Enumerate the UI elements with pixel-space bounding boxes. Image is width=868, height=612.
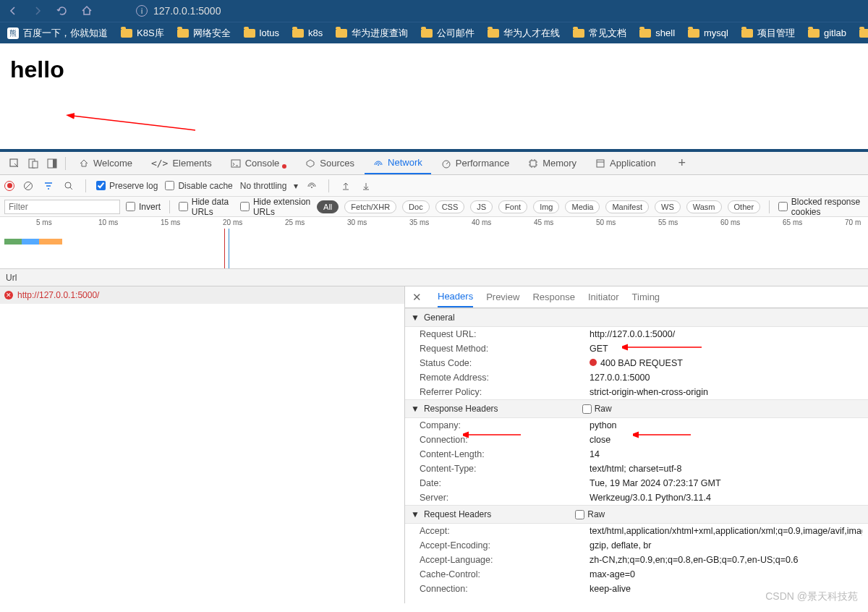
svg-rect-3 [33, 161, 38, 168]
timeline-marker [224, 229, 225, 268]
annotation-arrow [622, 341, 709, 353]
detail-tabs: ✕ Headers Preview Response Initiator Tim… [405, 286, 868, 308]
bookmark-item[interactable]: shell [639, 27, 675, 38]
back-button[interactable] [6, 4, 20, 18]
tab-application[interactable]: Application [587, 152, 665, 174]
refresh-button[interactable] [55, 4, 69, 18]
filter-pill[interactable]: CSS [435, 200, 465, 213]
download-icon[interactable] [359, 179, 373, 192]
chevron-down-icon[interactable]: ▾ [294, 181, 298, 191]
filter-pill[interactable]: Other [728, 200, 761, 213]
section-response-headers[interactable]: ▼ Response Headers Raw [405, 399, 868, 418]
annotation-arrow [65, 112, 203, 134]
kv-row: Content-Type:text/html; charset=utf-8 [405, 462, 868, 476]
bookmark-item[interactable]: mysql [688, 27, 728, 38]
tab-network[interactable]: Network [365, 152, 431, 174]
site-info-icon[interactable]: i [136, 5, 148, 17]
tab-headers[interactable]: Headers [438, 286, 473, 307]
more-tabs-icon[interactable]: + [673, 155, 691, 172]
kv-row: Content-Length:14 [405, 447, 868, 462]
raw-checkbox[interactable]: Raw [582, 404, 612, 414]
bookmark-item[interactable]: gitlab [808, 27, 846, 38]
tab-console[interactable]: Console [222, 152, 296, 174]
folder-icon [859, 29, 868, 38]
bookmark-item[interactable]: 网络安全 [177, 27, 231, 40]
bookmark-item[interactable]: Dell [859, 27, 868, 38]
kv-row: Request URL:http://127.0.0.1:5000/ [405, 327, 868, 341]
folder-icon [639, 29, 651, 38]
tab-initiator[interactable]: Initiator [588, 287, 619, 307]
svg-rect-5 [53, 159, 56, 168]
kv-row: Remote Address:127.0.0.1:5000 [405, 370, 868, 385]
bookmark-item[interactable]: lotus [244, 27, 279, 38]
device-icon[interactable] [25, 155, 42, 172]
tab-performance[interactable]: Performance [433, 152, 518, 174]
bookmark-item[interactable]: 常见文档 [573, 27, 626, 40]
invert-checkbox[interactable]: Invert [126, 202, 161, 212]
bookmark-item[interactable]: k8s [292, 27, 323, 38]
throttling-select[interactable]: No throttling [240, 181, 287, 191]
filter-pill-all[interactable]: All [317, 200, 339, 213]
filter-bar: Invert Hide data URLs Hide extension URL… [0, 197, 868, 217]
inspect-icon[interactable] [6, 155, 23, 172]
timeline-overview[interactable]: 5 ms10 ms15 ms20 ms25 ms30 ms35 ms40 ms4… [0, 217, 868, 269]
tab-preview[interactable]: Preview [486, 287, 519, 307]
folder-icon [808, 29, 820, 38]
preserve-log-checkbox[interactable]: Preserve log [96, 181, 158, 191]
bookmark-item[interactable]: 公司邮件 [421, 27, 475, 40]
forward-button[interactable] [30, 4, 45, 18]
filter-input[interactable] [4, 200, 120, 214]
folder-icon [573, 29, 584, 38]
section-request-headers[interactable]: ▼ Request Headers Raw [405, 505, 868, 524]
folder-icon [292, 29, 304, 38]
clear-button[interactable] [22, 179, 35, 192]
tab-timing[interactable]: Timing [632, 287, 660, 307]
annotation-arrow [633, 429, 698, 441]
tab-sources[interactable]: Sources [297, 152, 363, 174]
address-bar[interactable]: i 127.0.0.1:5000 [136, 5, 221, 17]
svg-rect-10 [597, 160, 604, 167]
filter-pill[interactable]: Font [498, 200, 527, 213]
wifi-icon[interactable] [305, 179, 318, 192]
disable-cache-checkbox[interactable]: Disable cache [165, 181, 232, 191]
hide-ext-urls-checkbox[interactable]: Hide extension URLs [240, 197, 311, 217]
request-details: ✕ Headers Preview Response Initiator Tim… [405, 286, 868, 603]
search-icon[interactable] [62, 179, 75, 192]
tab-memory[interactable]: Memory [519, 152, 585, 174]
tab-elements[interactable]: </>Elements [142, 152, 221, 174]
svg-line-15 [70, 187, 72, 190]
filter-pill[interactable]: Img [533, 200, 559, 213]
filter-pill[interactable]: Media [565, 200, 600, 213]
filter-pill[interactable]: Wasm [686, 200, 722, 213]
kv-row: Connection:keep-alive [405, 582, 868, 596]
kv-row: Referrer Policy:strict-origin-when-cross… [405, 385, 868, 399]
close-icon[interactable]: ✕ [409, 291, 425, 304]
bookmark-item[interactable]: K8S库 [121, 27, 164, 40]
filter-pill[interactable]: Doc [402, 200, 430, 213]
svg-point-16 [311, 187, 312, 188]
bookmark-item[interactable]: 华为人才在线 [488, 27, 560, 40]
bookmark-item[interactable]: 华为进度查询 [336, 27, 408, 40]
filter-pill[interactable]: WS [655, 200, 681, 213]
hide-data-urls-checkbox[interactable]: Hide data URLs [179, 197, 234, 217]
filter-pill[interactable]: JS [470, 200, 493, 213]
tab-response[interactable]: Response [532, 287, 575, 307]
section-general[interactable]: ▼ General [405, 308, 868, 327]
bookmark-item[interactable]: 项目管理 [741, 27, 795, 40]
home-button[interactable] [80, 4, 94, 18]
upload-icon[interactable] [339, 179, 352, 192]
raw-checkbox[interactable]: Raw [575, 509, 605, 519]
filter-pill[interactable]: Manifest [605, 200, 649, 213]
kv-row: Server:Werkzeug/3.0.1 Python/3.11.4 [405, 490, 868, 505]
request-row[interactable]: ✕ http://127.0.0.1:5000/ [0, 286, 404, 304]
filter-toggle-icon[interactable] [42, 179, 55, 192]
svg-line-13 [25, 183, 31, 189]
blocked-cookies-checkbox[interactable]: Blocked response cookies [778, 197, 864, 217]
filter-pill[interactable]: Fetch/XHR [344, 200, 396, 213]
record-button[interactable] [4, 181, 14, 191]
kv-row: Status Code:400 BAD REQUEST [405, 356, 868, 370]
devtools-tabbar: Welcome </>Elements Console Sources Netw… [0, 152, 868, 175]
tab-welcome[interactable]: Welcome [70, 152, 141, 174]
dock-icon[interactable] [43, 155, 61, 172]
bookmark-item[interactable]: 熊百度一下，你就知道 [7, 27, 108, 40]
